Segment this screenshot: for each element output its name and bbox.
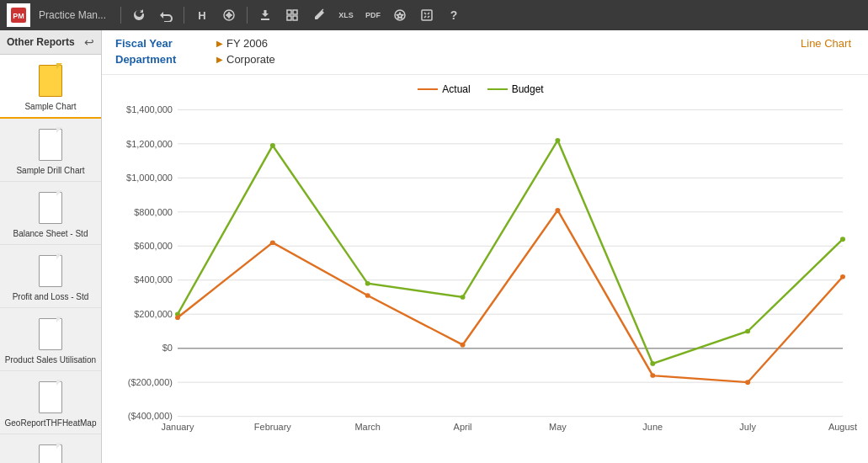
svg-text:April: April <box>454 423 472 433</box>
svg-point-54 <box>650 373 655 378</box>
legend-actual-line <box>418 88 438 90</box>
sidebar-item-geo-report[interactable]: GeoReportTHFHeatMap <box>0 371 101 434</box>
svg-text:June: June <box>642 423 663 433</box>
svg-point-48 <box>840 237 845 242</box>
sidebar-item-icon-global-dashboard <box>35 441 66 463</box>
sidebar-item-product-sales[interactable]: Product Sales Utilisation <box>0 308 101 371</box>
toolbar-sep-2 <box>184 7 184 24</box>
sidebar-item-global-dashboard[interactable]: Global Dashboard <box>0 434 101 463</box>
svg-point-42 <box>270 143 275 148</box>
sidebar-back-button[interactable]: ↩ <box>84 35 94 49</box>
department-value[interactable]: ▶ Corporate <box>216 53 275 66</box>
main-area: Other Reports ↩ Sample ChartSample Drill… <box>0 30 868 463</box>
line-chart-svg: $1,400,000$1,200,000$1,000,000$800,000$6… <box>102 102 860 448</box>
legend-budget-label: Budget <box>512 83 544 95</box>
undo-button[interactable] <box>154 3 178 27</box>
app-name: Practice Man... <box>39 9 106 21</box>
sidebar-item-label-profit-loss-std: Profit and Loss - Std <box>13 292 89 302</box>
svg-text:$600,000: $600,000 <box>134 241 173 251</box>
sidebar-item-label-geo-report: GeoReportTHFHeatMap <box>5 418 97 428</box>
legend-actual: Actual <box>418 83 470 95</box>
svg-point-47 <box>745 329 750 334</box>
svg-text:$200,000: $200,000 <box>134 309 173 319</box>
svg-text:($200,000): ($200,000) <box>128 377 173 387</box>
chart-filters: Fiscal Year ▶ FY 2006 Department ▶ Corpo… <box>102 30 868 75</box>
svg-point-56 <box>840 274 845 279</box>
svg-point-49 <box>175 315 180 320</box>
toolbar-sep-3 <box>247 7 248 24</box>
sidebar: Other Reports ↩ Sample ChartSample Drill… <box>0 30 102 463</box>
legend-actual-label: Actual <box>442 83 470 95</box>
svg-rect-7 <box>293 10 297 14</box>
favorite-button[interactable] <box>388 3 412 27</box>
svg-rect-11 <box>422 10 432 20</box>
fiscal-year-arrow: ▶ <box>216 39 223 48</box>
sidebar-item-sample-drill-chart[interactable]: Sample Drill Chart <box>0 119 101 182</box>
pdf-button[interactable]: PDF <box>361 3 385 27</box>
sidebar-item-sample-chart[interactable]: Sample Chart <box>0 55 101 119</box>
sidebar-item-label-sample-drill-chart: Sample Drill Chart <box>16 166 84 176</box>
legend-budget-line <box>487 88 508 90</box>
svg-point-45 <box>555 138 560 143</box>
xls-button[interactable]: XLS <box>334 3 358 27</box>
svg-point-44 <box>461 295 466 300</box>
svg-point-43 <box>365 281 370 286</box>
svg-rect-6 <box>287 10 291 14</box>
svg-text:PM: PM <box>13 12 24 20</box>
fiscal-year-row: Fiscal Year ▶ FY 2006 <box>115 37 855 50</box>
refresh-button[interactable] <box>127 3 151 27</box>
sidebar-item-icon-sample-chart <box>35 61 66 98</box>
svg-text:August: August <box>828 423 857 433</box>
svg-text:May: May <box>549 423 567 433</box>
edit-button[interactable] <box>307 3 331 27</box>
svg-point-55 <box>745 380 750 385</box>
sidebar-item-balance-sheet-std[interactable]: Balance Sheet - Std <box>0 182 101 245</box>
sidebar-item-icon-product-sales <box>35 315 66 352</box>
sidebar-item-icon-profit-loss-std <box>35 252 66 289</box>
sidebar-item-icon-sample-drill-chart <box>35 125 66 162</box>
sidebar-header: Other Reports ↩ <box>0 30 101 55</box>
svg-text:March: March <box>354 423 381 433</box>
svg-text:$1,200,000: $1,200,000 <box>126 139 173 149</box>
chart-container: Actual Budget $1,400,000$1,200,000$1,000… <box>102 75 868 463</box>
sidebar-item-label-sample-chart: Sample Chart <box>24 102 76 112</box>
fiscal-year-value[interactable]: ▶ FY 2006 <box>216 37 268 50</box>
sidebar-item-icon-balance-sheet-std <box>35 189 66 226</box>
chart-legend: Actual Budget <box>102 83 860 95</box>
svg-point-52 <box>461 343 466 348</box>
svg-text:January: January <box>161 423 194 433</box>
app-logo: PM <box>7 3 30 27</box>
svg-rect-9 <box>293 16 297 20</box>
svg-point-46 <box>650 361 655 366</box>
svg-point-51 <box>365 293 370 298</box>
grid-button[interactable] <box>280 3 304 27</box>
svg-point-53 <box>555 208 560 213</box>
sidebar-item-label-product-sales: Product Sales Utilisation <box>5 355 96 365</box>
svg-text:($400,000): ($400,000) <box>128 412 173 422</box>
chart-type-label: Line Chart <box>801 37 851 50</box>
legend-budget: Budget <box>487 83 544 95</box>
svg-text:February: February <box>254 423 292 433</box>
svg-text:$0: $0 <box>162 343 173 354</box>
bookmarks-button[interactable] <box>217 3 241 27</box>
sidebar-item-profit-loss-std[interactable]: Profit and Loss - Std <box>0 245 101 308</box>
department-label: Department <box>115 53 216 66</box>
help-button[interactable]: ? <box>442 3 466 27</box>
chart-area: Fiscal Year ▶ FY 2006 Department ▶ Corpo… <box>102 30 868 463</box>
fiscal-year-label: Fiscal Year <box>115 37 216 50</box>
svg-text:$1,400,000: $1,400,000 <box>126 104 173 114</box>
svg-text:$800,000: $800,000 <box>134 207 173 217</box>
svg-text:$400,000: $400,000 <box>134 275 173 285</box>
sidebar-item-label-balance-sheet-std: Balance Sheet - Std <box>13 229 88 239</box>
sidebar-title: Other Reports <box>7 36 75 48</box>
department-row: Department ▶ Corporate <box>115 53 855 66</box>
svg-text:$1,000,000: $1,000,000 <box>126 173 173 183</box>
department-arrow: ▶ <box>216 55 223 64</box>
sidebar-items: Sample ChartSample Drill ChartBalance Sh… <box>0 55 101 463</box>
toolbar: PM Practice Man... H XLS PDF ? <box>0 0 868 30</box>
svg-point-50 <box>270 240 275 245</box>
download-button[interactable] <box>253 3 277 27</box>
home-button[interactable]: H <box>190 3 214 27</box>
expand-button[interactable] <box>415 3 439 27</box>
svg-rect-8 <box>287 16 291 20</box>
